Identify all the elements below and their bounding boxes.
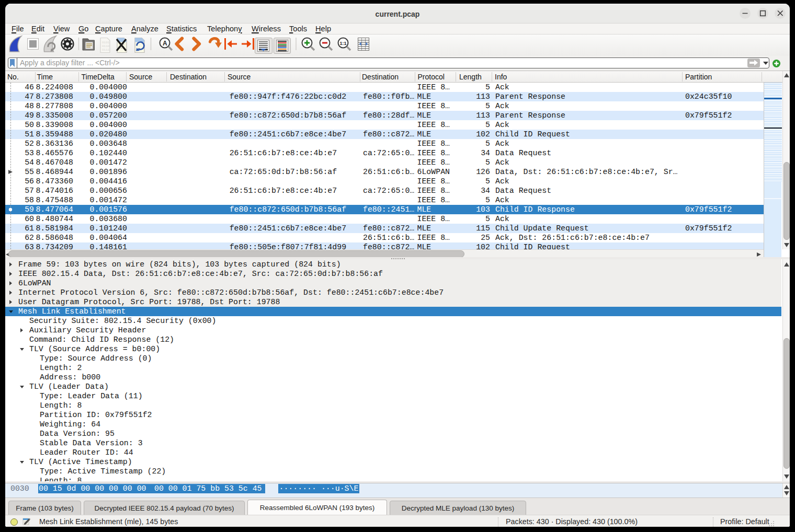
- svg-text:0110: 0110: [102, 44, 110, 48]
- svg-text:0101: 0101: [102, 41, 110, 44]
- svg-text:A: A: [163, 40, 167, 47]
- svg-text:0111: 0111: [102, 48, 110, 52]
- svg-text:1:1: 1:1: [340, 41, 347, 46]
